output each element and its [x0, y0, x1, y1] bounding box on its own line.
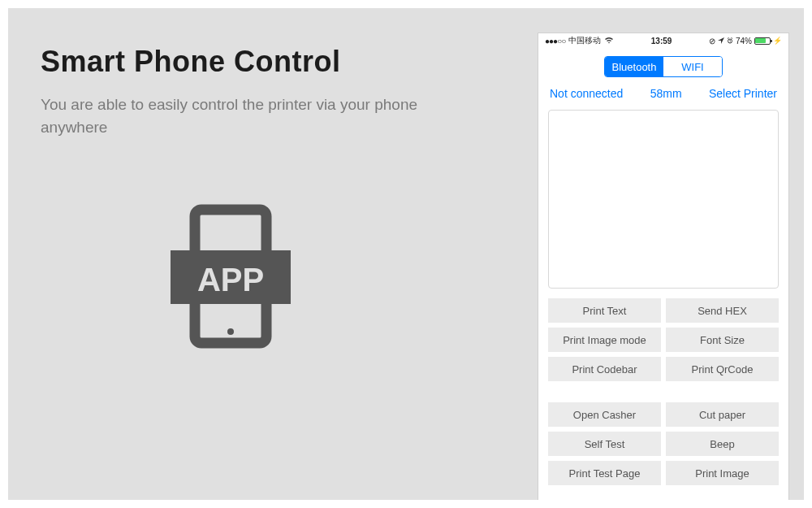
font-size-button[interactable]: Font Size: [666, 328, 779, 352]
preview-box[interactable]: [548, 110, 779, 289]
self-test-button[interactable]: Self Test: [548, 432, 661, 456]
connection-row: Not connected 58mm Select Printer: [538, 84, 788, 106]
print-qrcode-button[interactable]: Print QrCode: [666, 357, 779, 381]
charging-icon: ⚡: [773, 37, 782, 45]
status-bar: ●●●○○ 中国移动 13:59 ⊘ 74% ⚡: [538, 33, 788, 48]
orientation-lock-icon: ⊘: [709, 37, 715, 46]
battery-pct: 74%: [736, 37, 752, 46]
app-label-text: APP: [197, 262, 264, 297]
app-tablet-icon: APP: [162, 203, 300, 350]
beep-button[interactable]: Beep: [666, 432, 779, 456]
phone-screen: ●●●○○ 中国移动 13:59 ⊘ 74% ⚡: [538, 33, 789, 500]
status-left: ●●●○○ 中国移动: [545, 35, 614, 46]
tab-bluetooth[interactable]: Bluetooth: [605, 57, 663, 76]
carrier-label: 中国移动: [568, 35, 601, 46]
wifi-icon: [604, 37, 614, 46]
print-test-page-button[interactable]: Print Test Page: [548, 461, 661, 485]
page-subtitle: You are able to easily control the print…: [41, 93, 422, 138]
print-codebar-button[interactable]: Print Codebar: [548, 357, 661, 381]
connection-status[interactable]: Not connected: [550, 87, 623, 100]
send-hex-button[interactable]: Send HEX: [666, 298, 779, 323]
print-image-mode-button[interactable]: Print Image mode: [548, 328, 661, 352]
left-column: Smart Phone Control You are able to easi…: [41, 33, 538, 500]
status-time: 13:59: [651, 37, 672, 46]
signal-dots-icon: ●●●○○: [545, 37, 565, 46]
open-casher-button[interactable]: Open Casher: [548, 402, 661, 427]
status-right: ⊘ 74% ⚡: [709, 37, 782, 46]
button-grid-2: Open Casher Cut paper Self Test Beep Pri…: [538, 391, 788, 495]
print-text-button[interactable]: Print Text: [548, 298, 661, 323]
tab-wifi[interactable]: WIFI: [663, 57, 722, 76]
print-image-button[interactable]: Print Image: [666, 461, 779, 485]
paper-width[interactable]: 58mm: [650, 87, 682, 100]
battery-icon: [754, 37, 771, 45]
page-title: Smart Phone Control: [41, 45, 538, 79]
alarm-icon: [727, 37, 733, 46]
app-icon-wrap: APP: [41, 203, 538, 350]
svg-point-1: [227, 328, 234, 335]
segmented-control: Bluetooth WIFI: [538, 48, 788, 84]
main-frame: Smart Phone Control You are able to easi…: [8, 8, 804, 500]
select-printer-link[interactable]: Select Printer: [709, 87, 777, 100]
button-grid-1: Print Text Send HEX Print Image mode Fon…: [538, 298, 788, 391]
location-icon: [718, 37, 724, 46]
cut-paper-button[interactable]: Cut paper: [666, 402, 779, 427]
